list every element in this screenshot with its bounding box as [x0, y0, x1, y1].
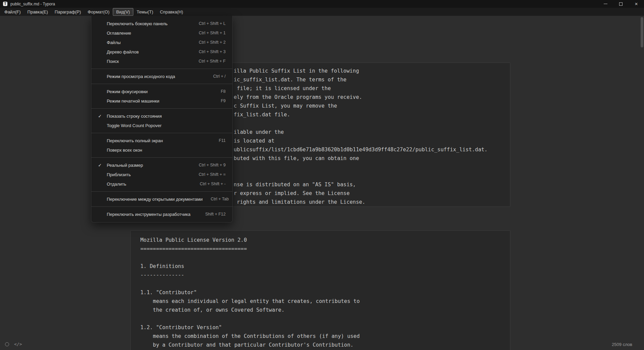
menu-item[interactable]: Переключить инструменты разработчикаShif… — [91, 209, 232, 219]
view-menu-dropdown: Переключить боковую панельCtrl + Shift +… — [91, 16, 233, 223]
menu-item[interactable]: Режим фокусировкиF8 — [91, 87, 232, 96]
menu-item-shortcut: Ctrl + Shift + L — [191, 21, 226, 26]
menu-item-label: Переключить боковую панель — [107, 21, 168, 26]
menu-item-label: Реальный размер — [107, 163, 143, 168]
menu-separator — [91, 108, 232, 109]
menu-item[interactable]: Переключить полный экранF11 — [91, 136, 232, 145]
menu-item-label: Поиск — [107, 59, 119, 64]
menu-item-shortcut: Ctrl + Shift + = — [191, 172, 226, 177]
checkmark-icon: ✓ — [98, 163, 102, 168]
menu-item-shortcut: Shift + F12 — [197, 212, 226, 217]
menu-item-label: Режим фокусировки — [107, 89, 148, 94]
menu-item[interactable]: ОглавлениеCtrl + Shift + 1 — [91, 28, 232, 38]
menu-item-label: Отдалить — [107, 182, 126, 187]
menu-item-label: Оглавление — [107, 31, 131, 36]
checkmark-icon: ✓ — [98, 114, 102, 119]
scrollbar-thumb[interactable] — [641, 17, 643, 47]
menu-item-shortcut: Ctrl + / — [205, 74, 226, 79]
menu-item-label: Режим печатной машинки — [107, 99, 159, 104]
menu-item[interactable]: ОтдалитьCtrl + Shift + - — [91, 179, 232, 189]
menu-separator — [91, 133, 232, 133]
menu-item[interactable]: Режим печатной машинкиF9 — [91, 96, 232, 106]
menu-item[interactable]: Дерево файловCtrl + Shift + 3 — [91, 47, 232, 56]
menubar-item[interactable]: Темы(T) — [133, 8, 156, 16]
menu-item[interactable]: Режим просмотра исходного кодаCtrl + / — [91, 72, 232, 81]
menubar-item[interactable]: Параграф(P) — [51, 8, 84, 16]
menubar-item[interactable]: Файл(F) — [1, 8, 24, 16]
window-controls: ✕ — [598, 0, 644, 8]
menubar-item[interactable]: Справка(H) — [156, 8, 186, 16]
menu-item[interactable]: Поверх всех окон — [91, 145, 232, 155]
menu-item-label: Показать строку состояния — [107, 114, 162, 119]
minimize-icon — [604, 4, 607, 4]
menu-item-shortcut: F8 — [213, 89, 226, 94]
word-count[interactable]: 2509 слов — [612, 342, 632, 347]
menu-item-shortcut: Ctrl + Shift + 3 — [191, 49, 226, 54]
menu-item-label: Переключение между открытыми документами — [107, 197, 202, 202]
menu-item-label: Переключить полный экран — [107, 138, 163, 143]
menu-separator — [91, 191, 232, 192]
menu-separator — [91, 84, 232, 84]
close-icon: ✕ — [635, 2, 638, 6]
menubar-item[interactable]: Формат(O) — [84, 8, 113, 16]
titlebar: T public_suffix.md - Typora ✕ — [0, 0, 644, 8]
menu-item-label: Toggle Word Count Popover — [107, 123, 162, 128]
code-block-1-text: illa Public Suffix List in the following… — [234, 67, 488, 206]
maximize-icon — [619, 2, 623, 6]
menu-item-label: Дерево файлов — [107, 49, 139, 54]
close-button[interactable]: ✕ — [629, 0, 644, 8]
source-code-icon[interactable]: </> — [14, 342, 22, 347]
menu-separator — [91, 157, 232, 158]
minimize-button[interactable] — [598, 0, 613, 8]
menu-item-label: Режим просмотра исходного кода — [107, 74, 175, 79]
menu-item[interactable]: Переключить боковую панельCtrl + Shift +… — [91, 19, 232, 28]
menu-item-shortcut: Ctrl + Tab — [202, 197, 229, 201]
menu-item-label: Поверх всех окон — [107, 148, 142, 153]
menu-item[interactable]: ✓Реальный размерCtrl + Shift + 9 — [91, 160, 232, 170]
menu-item-label: Переключить инструменты разработчика — [107, 212, 190, 217]
menu-item-label: Приблизить — [107, 172, 131, 177]
code-block-2-text: Mozilla Public License Version 2.0 =====… — [140, 236, 360, 349]
menu-item-shortcut: Ctrl + Shift + 2 — [191, 40, 226, 45]
menu-item[interactable]: ПриблизитьCtrl + Shift + = — [91, 170, 232, 179]
maximize-button[interactable] — [613, 0, 629, 8]
menu-item[interactable]: ФайлыCtrl + Shift + 2 — [91, 38, 232, 47]
code-block-mpl-text[interactable]: Mozilla Public License Version 2.0 =====… — [130, 230, 510, 350]
menubar-item[interactable]: Вид(V) — [113, 8, 133, 16]
typora-app-icon[interactable]: T — [3, 2, 7, 6]
circle-icon[interactable] — [5, 342, 9, 346]
menu-item-shortcut: F11 — [211, 138, 226, 143]
menu-item[interactable]: ✓Показать строку состояния — [91, 111, 232, 121]
menu-item[interactable]: Переключение между открытыми документами… — [91, 194, 232, 204]
menu-item-shortcut: Ctrl + Shift + F — [190, 59, 226, 64]
menu-separator — [91, 206, 232, 207]
statusbar: </> 2509 слов — [0, 339, 644, 350]
menubar: Файл(F)Правка(E)Параграф(P)Формат(O)Вид(… — [0, 8, 644, 16]
menubar-item[interactable]: Правка(E) — [24, 8, 51, 16]
menu-item-shortcut: Ctrl + Shift + - — [192, 182, 226, 186]
menu-item[interactable]: ПоискCtrl + Shift + F — [91, 56, 232, 66]
menu-item-shortcut: Ctrl + Shift + 9 — [191, 163, 226, 167]
menu-item-label: Файлы — [107, 40, 121, 45]
menu-item[interactable]: Toggle Word Count Popover — [91, 121, 232, 130]
menu-item-shortcut: Ctrl + Shift + 1 — [191, 31, 226, 35]
menu-item-shortcut: F9 — [213, 99, 226, 103]
menu-separator — [91, 69, 232, 69]
window-title: public_suffix.md - Typora — [10, 2, 55, 6]
